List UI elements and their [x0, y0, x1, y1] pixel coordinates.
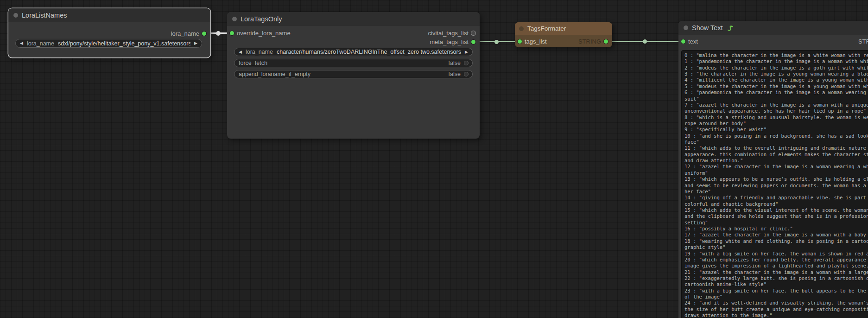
force-fetch-toggle-widget[interactable]: force_fetch false: [234, 59, 473, 67]
slot-label: STRING: [858, 38, 868, 45]
slot-label: meta_tags_list: [430, 38, 469, 45]
show-text-content: 0 : "malina the character in the image i…: [682, 51, 868, 318]
wire-midpoint-dot[interactable]: [216, 31, 221, 36]
node-loralistnames[interactable]: LoraListNames lora_name ◀ lora_name sdxl…: [8, 8, 210, 57]
node-title: LoraTagsOnly: [241, 15, 282, 23]
input-connector-icon[interactable]: [518, 39, 522, 44]
node-title-bar[interactable]: LoraListNames: [8, 8, 210, 22]
output-slot-civitai-tags-list: civitai_tags_list: [227, 29, 480, 37]
combo-next-icon[interactable]: ▶: [465, 50, 468, 54]
node-title-bar[interactable]: Show Text: [678, 21, 868, 35]
snake-icon: [727, 25, 734, 32]
combo-prev-icon[interactable]: ◀: [20, 41, 23, 45]
widget-value: character/humans/zeroTwoDARLINGInThe_off…: [277, 49, 461, 55]
input-connector-icon[interactable]: [681, 39, 685, 44]
lora-name-combo-widget[interactable]: ◀ lora_name character/humans/zeroTwoDARL…: [234, 48, 473, 56]
node-tagsformater[interactable]: TagsFormater tags_list STRING: [515, 22, 612, 47]
show-text-output-area[interactable]: 0 : "malina the character in the image i…: [681, 50, 868, 318]
node-status-dot-icon[interactable]: [13, 13, 18, 18]
widget-label: force_fetch: [239, 60, 267, 66]
output-connector-icon[interactable]: [202, 32, 206, 36]
widget-label: lora_name: [27, 40, 54, 47]
node-loratagsonly[interactable]: LoraTagsOnly override_lora_name civitai_…: [227, 12, 480, 139]
output-connector-icon[interactable]: [604, 39, 608, 44]
node-title-bar[interactable]: LoraTagsOnly: [227, 12, 480, 26]
wire-midpoint-dot[interactable]: [643, 39, 647, 44]
output-connector-icon[interactable]: [471, 40, 475, 44]
widget-label: append_loraname_if_empty: [239, 71, 310, 77]
node-title: TagsFormater: [527, 25, 566, 32]
slot-row-text-string: text STRING: [678, 37, 868, 45]
combo-next-icon[interactable]: ▶: [194, 41, 197, 45]
widget-value: false: [449, 60, 461, 66]
toggle-indicator-icon[interactable]: [464, 72, 468, 76]
wire-midpoint-dot[interactable]: [494, 40, 499, 44]
slot-label: civitai_tags_list: [428, 30, 469, 37]
slot-row-tags-list-string: tags_list STRING: [515, 37, 612, 45]
toggle-indicator-icon[interactable]: [464, 61, 468, 65]
widget-value: sdxl/pony/style/helltaker_style_pony_v1.…: [58, 40, 190, 47]
slot-label: lora_name: [171, 30, 199, 37]
widget-value: false: [449, 71, 461, 77]
node-status-dot-icon[interactable]: [519, 26, 524, 31]
output-slot-lora-name: lora_name: [8, 29, 210, 38]
comfyui-node-graph-canvas[interactable]: { "glyphs": { "left_arrow": "◀", "right_…: [0, 0, 868, 318]
output-connector-icon[interactable]: [471, 31, 475, 35]
slot-label: STRING: [578, 38, 601, 45]
node-title: Show Text: [692, 24, 723, 32]
node-show-text[interactable]: Show Text text STRING 0 : "malina the ch…: [678, 21, 868, 318]
slot-label: text: [688, 38, 698, 45]
node-status-dot-icon[interactable]: [232, 17, 237, 21]
output-slot-meta-tags-list: meta_tags_list: [227, 38, 480, 46]
slot-label: tags_list: [525, 38, 547, 45]
combo-prev-icon[interactable]: ◀: [239, 50, 242, 54]
lora-name-combo-widget[interactable]: ◀ lora_name sdxl/pony/style/helltaker_st…: [15, 39, 202, 48]
node-status-dot-icon[interactable]: [684, 25, 688, 30]
node-title: LoraListNames: [22, 12, 67, 19]
widget-label: lora_name: [246, 49, 273, 55]
append-loraname-if-empty-toggle-widget[interactable]: append_loraname_if_empty false: [234, 70, 473, 78]
node-title-bar[interactable]: TagsFormater: [515, 22, 612, 35]
